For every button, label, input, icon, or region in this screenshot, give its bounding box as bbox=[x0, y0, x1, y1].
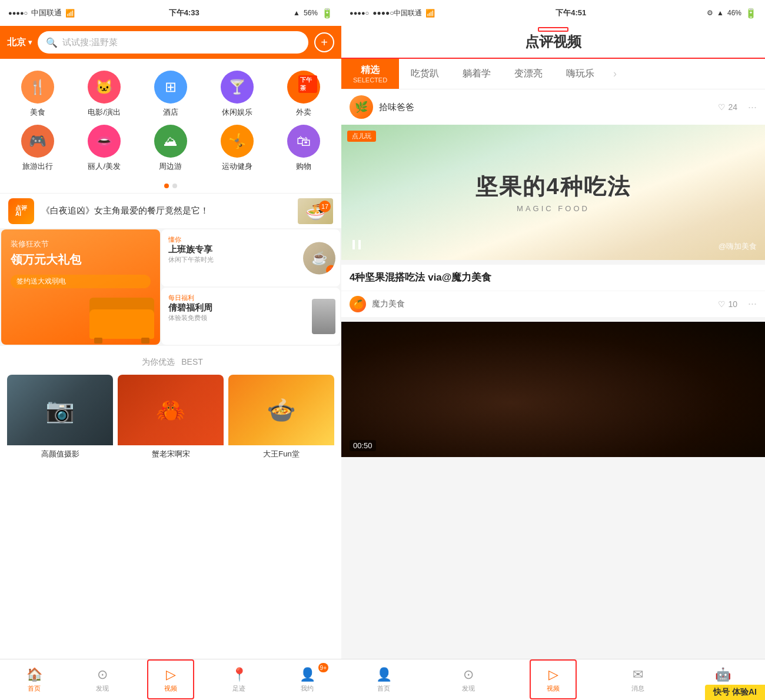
pin-icon: 📍 bbox=[328, 267, 335, 274]
news-banner[interactable]: 点评AI 《白夜追凶》女主角最爱的餐厅竟然是它！ 🍜 17 bbox=[0, 193, 341, 228]
video-thumbnail-1[interactable]: 坚果的4种吃法 MAGIC FOOD 点儿玩 @嗨加美食 bbox=[341, 125, 765, 260]
cat-takeout-icon: 外下午茶 bbox=[287, 71, 320, 104]
best-header: 为你优选 BEST bbox=[7, 355, 334, 368]
nav-discover[interactable]: ⊙ 发现 bbox=[68, 659, 137, 700]
cat-takeout[interactable]: 外下午茶 外卖 bbox=[271, 68, 335, 120]
promo-right-bottom[interactable]: 每日福利 倩碧福利周 体验装免费领 bbox=[161, 288, 340, 345]
like-btn-2[interactable]: ♡ 10 bbox=[718, 299, 737, 309]
nav-discover-right[interactable]: ⊙ 发现 bbox=[426, 659, 511, 700]
cat-sport-label: 运动健身 bbox=[222, 161, 252, 172]
nav-nearby[interactable]: 📍 足迹 bbox=[205, 659, 273, 700]
cat-movie-icon: 🐱 bbox=[88, 71, 121, 104]
promo-left-card[interactable]: 装修狂欢节 领万元大礼包 签约送大戏弱电 bbox=[1, 229, 160, 345]
cat-hotel[interactable]: ⊞ 酒店 bbox=[139, 68, 203, 120]
more-btn-2[interactable]: ··· bbox=[748, 298, 757, 310]
like-btn-1[interactable]: ♡ 24 bbox=[718, 102, 737, 112]
tab-learn-label: 躺着学 bbox=[463, 68, 491, 80]
category-grid: 🍴 美食 🐱 电影/演出 ⊞ 酒店 🍸 休闲娱乐 外下午茶 外卖 🎮 旅游出行 … bbox=[0, 59, 341, 179]
sofa-leg2 bbox=[141, 338, 149, 344]
nav-nearby-label: 足迹 bbox=[232, 684, 245, 693]
news-logo: 点评AI bbox=[8, 198, 34, 224]
cat-nearby[interactable]: ⛰ 周边游 bbox=[139, 122, 203, 174]
video-card-3[interactable]: ▶ 00:50 bbox=[341, 322, 765, 457]
video-card-2-body: 4种坚果混搭吃法 via@魔力美食 bbox=[341, 265, 765, 291]
mine-icon: 👤 bbox=[300, 667, 315, 682]
cat-travel-icon: 🎮 bbox=[21, 125, 54, 158]
cat-sport-icon: 🤸 bbox=[221, 125, 254, 158]
promo-img-circle: ☕ 📍 bbox=[303, 242, 335, 274]
video-title-overlay: 坚果的4种吃法 MAGIC FOOD bbox=[475, 172, 630, 213]
more-btn-1[interactable]: ··· bbox=[748, 101, 757, 114]
sofa-illustration bbox=[84, 292, 160, 345]
discover-icon: ⊙ bbox=[97, 667, 108, 682]
promo-section: 装修狂欢节 领万元大礼包 签约送大戏弱电 懂你 上班族专享 休闲下午茶时光 bbox=[0, 228, 341, 346]
add-button[interactable]: + bbox=[314, 32, 334, 52]
cat-beauty[interactable]: 👄 丽人/美发 bbox=[72, 122, 137, 174]
right-battery-icon: ⚙ bbox=[707, 9, 713, 17]
cat-shop-label: 购物 bbox=[296, 161, 311, 172]
best-section: 为你优选 BEST 📷 高颜值摄影 🦀 蟹老宋啊宋 🍲 大王Fun堂 bbox=[0, 346, 341, 468]
video-card-1-header: 🌿 拾味爸爸 ♡ 24 ··· bbox=[341, 89, 765, 125]
wifi-icon: 📶 bbox=[65, 9, 75, 18]
promo-card-sub-2: 体验装免费领 bbox=[168, 314, 333, 322]
carrier-left: 中国联通 bbox=[31, 8, 62, 18]
search-placeholder: 试试搜:温野菜 bbox=[62, 37, 118, 48]
home-icon: 🏠 bbox=[26, 667, 42, 682]
bottom-nav-left: 🏠 首页 ⊙ 发现 ▷ 视频 📍 足迹 👤 我约 9+ bbox=[0, 659, 341, 700]
cat-shop[interactable]: 🛍 购物 bbox=[271, 122, 335, 174]
best-card-photo[interactable]: 📷 高颜值摄影 bbox=[7, 375, 113, 463]
tab-more[interactable]: › bbox=[606, 59, 624, 89]
nav-msg-right[interactable]: ✉ 消息 bbox=[596, 659, 680, 700]
promo-title: 领万元大礼包 bbox=[11, 252, 151, 268]
tab-play[interactable]: 嗨玩乐 bbox=[554, 59, 606, 89]
nav-home[interactable]: 🏠 首页 bbox=[0, 659, 68, 700]
cat-movie-label: 电影/演出 bbox=[88, 107, 121, 118]
search-input[interactable]: 🔍 试试搜:温野菜 bbox=[38, 31, 308, 54]
video-icon-right: ▷ bbox=[548, 667, 558, 682]
cat-hotel-icon: ⊞ bbox=[154, 71, 187, 104]
nav-video[interactable]: ▷ 视频 bbox=[137, 659, 205, 700]
video-thumb-dark[interactable]: ▶ 00:50 bbox=[341, 322, 765, 457]
best-card-crab[interactable]: 🦀 蟹老宋啊宋 bbox=[118, 375, 224, 463]
left-carrier-info: ●●●●○ 中国联通 📶 bbox=[8, 8, 75, 18]
right-battery: 46% bbox=[727, 9, 741, 17]
nav-home-right[interactable]: 👤 首页 bbox=[341, 659, 426, 700]
video-play-controls-1[interactable] bbox=[350, 238, 364, 252]
nav-home-right-label: 首页 bbox=[377, 684, 390, 693]
promo-right-cards: 懂你 上班族专享 休闲下午茶时光 ☕ 📍 每日福利 倩碧福利周 体验装免费领 bbox=[161, 229, 340, 345]
promo-right-top[interactable]: 懂你 上班族专享 休闲下午茶时光 ☕ 📍 bbox=[161, 229, 340, 286]
footer-username-2: 魔力美食 bbox=[372, 299, 712, 309]
news-badge: 17 bbox=[319, 201, 331, 212]
cat-travel-label: 旅游出行 bbox=[22, 161, 53, 172]
cat-leisure-label: 休闲娱乐 bbox=[222, 107, 252, 118]
page-title: 点评视频 bbox=[525, 32, 581, 51]
status-bar-right: ●●●●○ ●●●●○中国联通 📶 下午4:51 ⚙ ▲ 46% 🔋 bbox=[341, 0, 765, 26]
location-text: 北京 bbox=[7, 36, 26, 49]
best-title: 为你优选 bbox=[142, 357, 175, 366]
pause-icon bbox=[350, 238, 364, 252]
right-carrier-info: ●●●●○ ●●●●○中国联通 📶 bbox=[350, 8, 435, 18]
promo-img-icon: ☕ bbox=[311, 251, 327, 266]
home-icon-right: 👤 bbox=[376, 667, 392, 682]
tab-food[interactable]: 吃货趴 bbox=[399, 59, 451, 89]
nearby-icon: 📍 bbox=[231, 667, 247, 682]
video-card-2-footer: 🍊 魔力美食 ♡ 10 ··· bbox=[341, 291, 765, 317]
cat-sport[interactable]: 🤸 运动健身 bbox=[205, 122, 269, 174]
dot-1 bbox=[164, 184, 169, 188]
tab-learn[interactable]: 躺着学 bbox=[451, 59, 503, 89]
tab-beauty[interactable]: 变漂亮 bbox=[503, 59, 554, 89]
video-icon: ▷ bbox=[166, 667, 176, 682]
nav-mine[interactable]: 👤 我约 9+ bbox=[273, 659, 341, 700]
cat-travel[interactable]: 🎮 旅游出行 bbox=[6, 122, 70, 174]
right-time: 下午4:51 bbox=[556, 8, 586, 18]
nav-video-right[interactable]: ▷ 视频 bbox=[511, 659, 596, 700]
wifi-dots: ●●●●○ bbox=[8, 9, 28, 16]
best-card-rice[interactable]: 🍲 大王Fun堂 bbox=[228, 375, 334, 463]
tab-selected[interactable]: 精选 SELECTED bbox=[341, 59, 399, 89]
location-button[interactable]: 北京 ▾ bbox=[7, 36, 32, 49]
cat-movie[interactable]: 🐱 电影/演出 bbox=[72, 68, 137, 120]
tab-selected-inner: 精选 SELECTED bbox=[353, 64, 387, 84]
cat-food[interactable]: 🍴 美食 bbox=[6, 68, 70, 120]
right-status-icons: ▲ 56% 🔋 bbox=[293, 8, 333, 19]
cat-leisure[interactable]: 🍸 休闲娱乐 bbox=[205, 68, 269, 120]
